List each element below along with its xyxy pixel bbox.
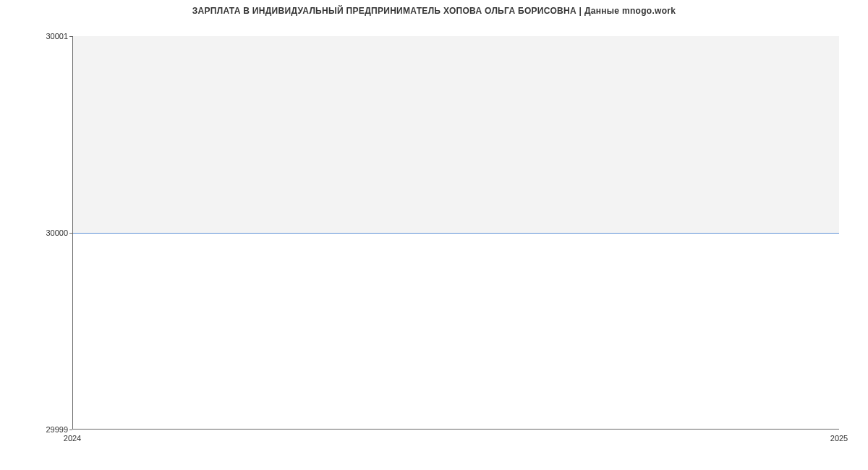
area-fill [73, 36, 839, 233]
y-tick-label: 30000 [46, 228, 68, 237]
data-line [73, 233, 839, 234]
y-tick-mark [69, 430, 72, 430]
y-tick-label: 30001 [46, 32, 68, 40]
y-tick-mark [69, 233, 72, 234]
plot-area [72, 36, 839, 430]
y-tick-label: 29999 [46, 425, 68, 434]
y-tick-mark [69, 36, 72, 37]
x-tick-label: 2025 [830, 434, 848, 443]
chart-title: ЗАРПЛАТА В ИНДИВИДУАЛЬНЫЙ ПРЕДПРИНИМАТЕЛ… [0, 6, 868, 16]
x-tick-label: 2024 [64, 434, 81, 443]
